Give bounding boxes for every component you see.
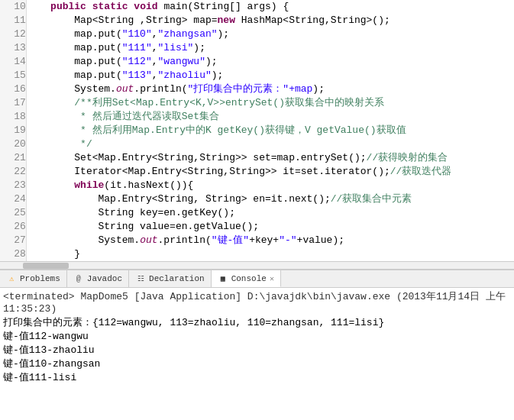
line-content: map.put("111","lisi"); — [26, 41, 514, 55]
line-content: Iterator<Map.Entry<String,String>> it=se… — [26, 165, 514, 179]
line-content: public static void main(String[] args) { — [26, 0, 514, 14]
line-number: 26 — [0, 220, 26, 234]
line-content: * 然后利用Map.Entry中的K getKey()获得键，V getValu… — [26, 124, 514, 137]
tab-console[interactable]: ▦ Console ✕ — [212, 270, 281, 287]
line-number: 21 — [0, 151, 26, 165]
console-output: <terminated> MapDome5 [Java Application]… — [0, 288, 514, 420]
console-line: 键-值110-zhangsan — [3, 357, 511, 371]
line-number: 24 — [0, 192, 26, 206]
table-row: 15 map.put("113","zhaoliu"); — [0, 69, 514, 82]
table-row: 27 System.out.println("键-值"+key+"-"+valu… — [0, 234, 514, 247]
table-row: 10 public static void main(String[] args… — [0, 0, 514, 14]
line-content: Map.Entry<String, String> en=it.next();/… — [26, 192, 514, 206]
tab-declaration[interactable]: ☷ Declaration — [129, 270, 212, 287]
table-row: 25 String key=en.getKey(); — [0, 206, 514, 220]
line-content: map.put("110","zhangsan"); — [26, 27, 514, 41]
table-row: 26 String value=en.getValue(); — [0, 220, 514, 234]
table-row: 24 Map.Entry<String, String> en=it.next(… — [0, 192, 514, 206]
tab-console-label: Console — [231, 274, 267, 283]
line-content: Set<Map.Entry<String,String>> set=map.en… — [26, 151, 514, 165]
line-number: 15 — [0, 69, 26, 82]
console-line: 键-值112-wangwu — [3, 330, 511, 344]
line-content: map.put("112","wangwu"); — [26, 55, 514, 69]
table-row: 23 while(it.hasNext()){ — [0, 179, 514, 192]
line-content: Map<String ,String> map=new HashMap<Stri… — [26, 14, 514, 27]
line-number: 20 — [0, 137, 26, 151]
tab-javadoc-label: Javadoc — [87, 274, 122, 283]
console-icon: ▦ — [218, 273, 228, 284]
line-number: 17 — [0, 96, 26, 110]
line-number: 16 — [0, 82, 26, 96]
tab-problems-label: Problems — [20, 274, 60, 283]
table-row: 21 Set<Map.Entry<String,String>> set=map… — [0, 151, 514, 165]
table-row: 13 map.put("111","lisi"); — [0, 41, 514, 55]
table-row: 22 Iterator<Map.Entry<String,String>> it… — [0, 165, 514, 179]
line-content: System.out.println("键-值"+key+"-"+value); — [26, 234, 514, 247]
tab-javadoc[interactable]: @ Javadoc — [67, 270, 129, 287]
table-row: 12 map.put("110","zhangsan"); — [0, 27, 514, 41]
problems-icon: ⚠ — [6, 273, 17, 284]
code-editor: 10 public static void main(String[] args… — [0, 0, 514, 270]
line-number: 13 — [0, 41, 26, 55]
line-content: map.put("113","zhaoliu"); — [26, 69, 514, 82]
table-row: 11 Map<String ,String> map=new HashMap<S… — [0, 14, 514, 27]
console-header: <terminated> MapDome5 [Java Application]… — [3, 289, 511, 315]
line-content: String value=en.getValue(); — [26, 220, 514, 234]
line-number: 22 — [0, 165, 26, 179]
console-close-hint: ✕ — [270, 274, 274, 283]
line-content: String key=en.getKey(); — [26, 206, 514, 220]
declaration-icon: ☷ — [135, 273, 146, 284]
tab-problems[interactable]: ⚠ Problems — [0, 270, 67, 287]
line-number: 23 — [0, 179, 26, 192]
line-number: 14 — [0, 55, 26, 69]
line-content: */ — [26, 137, 514, 151]
line-content: } — [26, 247, 514, 261]
console-line: 打印集合中的元素：{112=wangwu, 113=zhaoliu, 110=z… — [3, 316, 511, 330]
tab-bar: ⚠ Problems @ Javadoc ☷ Declaration ▦ Con… — [0, 270, 514, 288]
line-number: 12 — [0, 27, 26, 41]
line-number: 27 — [0, 234, 26, 247]
line-content: * 然后通过迭代器读取Set集合 — [26, 110, 514, 124]
line-number: 10 — [0, 0, 26, 14]
console-line: 键-值111-lisi — [3, 371, 511, 385]
javadoc-icon: @ — [73, 273, 84, 284]
line-number: 19 — [0, 124, 26, 137]
line-content: /**利用Set<Map.Entry<K,V>>entrySet()获取集合中的… — [26, 96, 514, 110]
table-row: 16 System.out.println("打印集合中的元素："+map); — [0, 82, 514, 96]
console-line: 键-值113-zhaoliu — [3, 344, 511, 357]
tab-declaration-label: Declaration — [149, 274, 205, 283]
line-number: 18 — [0, 110, 26, 124]
line-content: System.out.println("打印集合中的元素："+map); — [26, 82, 514, 96]
table-row: 20 */ — [0, 137, 514, 151]
table-row: 28 } — [0, 247, 514, 261]
table-row: 19 * 然后利用Map.Entry中的K getKey()获得键，V getV… — [0, 124, 514, 137]
line-number: 11 — [0, 14, 26, 27]
table-row: 17 /**利用Set<Map.Entry<K,V>>entrySet()获取集… — [0, 96, 514, 110]
table-row: 18 * 然后通过迭代器读取Set集合 — [0, 110, 514, 124]
horizontal-scrollbar[interactable] — [0, 261, 514, 269]
table-row: 14 map.put("112","wangwu"); — [0, 55, 514, 69]
line-number: 25 — [0, 206, 26, 220]
line-number: 28 — [0, 247, 26, 261]
line-content: while(it.hasNext()){ — [26, 179, 514, 192]
